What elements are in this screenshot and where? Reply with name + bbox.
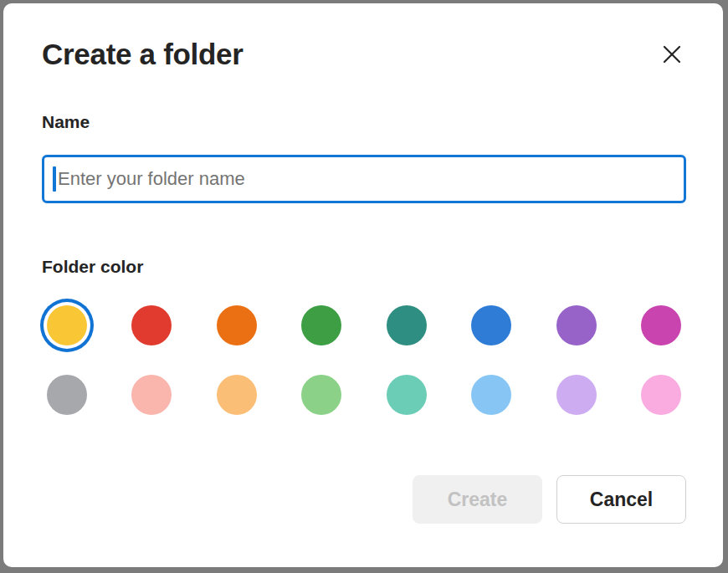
color-swatch-yellow[interactable] xyxy=(47,305,87,345)
color-swatch-blue[interactable] xyxy=(471,305,511,345)
color-swatch-magenta[interactable] xyxy=(641,305,681,345)
color-swatch-teal[interactable] xyxy=(387,305,427,345)
create-folder-dialog: Create a folder Name Folder color Create… xyxy=(3,3,723,567)
folder-color-grid-row-1 xyxy=(42,305,686,345)
folder-color-grid-row-2 xyxy=(42,375,686,415)
dialog-header: Create a folder xyxy=(42,37,686,72)
color-swatch-orange[interactable] xyxy=(217,305,257,345)
color-swatch-light-pink[interactable] xyxy=(641,375,681,415)
color-swatch-light-blue[interactable] xyxy=(471,375,511,415)
folder-color-label: Folder color xyxy=(42,257,686,277)
color-swatch-light-red[interactable] xyxy=(131,375,172,415)
dialog-title: Create a folder xyxy=(42,37,244,72)
folder-name-input[interactable] xyxy=(42,155,686,203)
create-button[interactable]: Create xyxy=(413,475,542,524)
color-swatch-green[interactable] xyxy=(301,305,341,345)
color-swatch-light-teal[interactable] xyxy=(387,375,427,415)
color-swatch-light-green[interactable] xyxy=(301,375,341,415)
name-input-wrap xyxy=(42,155,686,203)
cancel-button[interactable]: Cancel xyxy=(556,475,686,524)
color-swatch-light-purple[interactable] xyxy=(556,375,597,415)
color-swatch-light-orange[interactable] xyxy=(217,375,257,415)
color-swatch-purple[interactable] xyxy=(556,305,597,345)
close-button[interactable] xyxy=(658,40,686,69)
color-swatch-gray[interactable] xyxy=(47,375,87,415)
close-icon xyxy=(659,42,684,67)
color-swatch-red[interactable] xyxy=(131,305,172,345)
name-field-label: Name xyxy=(42,112,686,132)
dialog-footer: Create Cancel xyxy=(42,475,686,524)
